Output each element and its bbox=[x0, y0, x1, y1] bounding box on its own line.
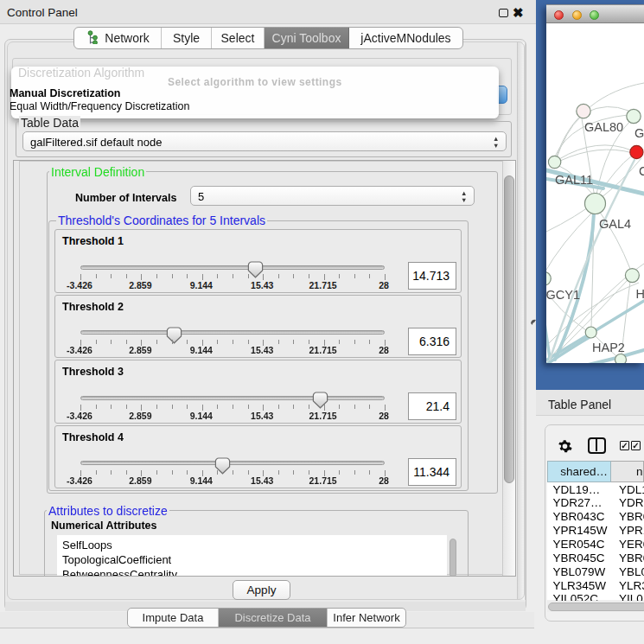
svg-text:GCY1: GCY1 bbox=[546, 288, 580, 302]
svg-text:C: C bbox=[639, 164, 644, 178]
svg-text:GAL80: GAL80 bbox=[584, 120, 623, 134]
svg-text:HAP2: HAP2 bbox=[592, 341, 625, 354]
svg-text:G.: G. bbox=[634, 126, 644, 140]
svg-text:GAL4: GAL4 bbox=[599, 217, 631, 231]
svg-text:H: H bbox=[636, 287, 644, 301]
svg-text:GAL11: GAL11 bbox=[555, 173, 593, 187]
